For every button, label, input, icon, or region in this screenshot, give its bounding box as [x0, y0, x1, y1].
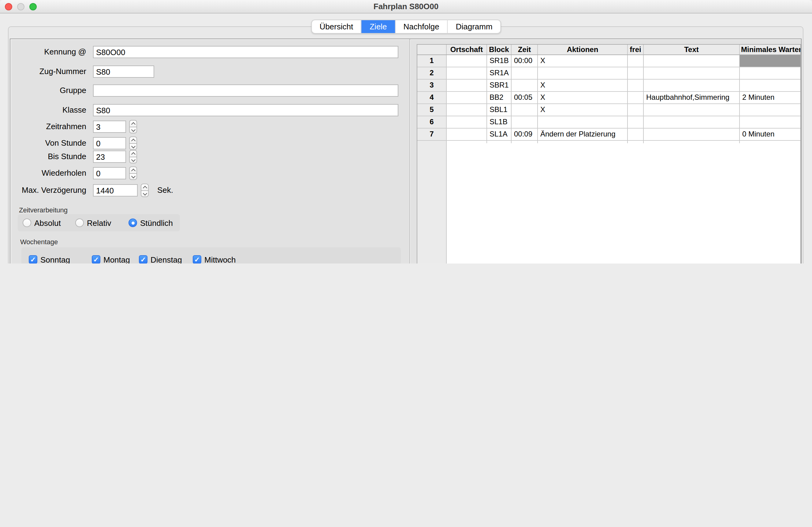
table-row[interactable]: 7 SL1A 00:09 Ändern der Platzierung 0 Mi… [417, 129, 800, 141]
gruppe-input[interactable] [93, 84, 398, 97]
cell-zeit[interactable] [511, 116, 538, 128]
cell-aktionen[interactable]: X [538, 55, 628, 67]
stepper-down-icon[interactable] [129, 143, 137, 150]
close-icon[interactable] [5, 3, 12, 10]
cell-block[interactable]: SBR1 [487, 80, 511, 91]
cell-aktionen[interactable]: X [538, 80, 628, 91]
stepper-down-icon[interactable] [129, 127, 137, 133]
wiederholen-input[interactable] [93, 167, 126, 179]
cell-warten[interactable] [740, 67, 800, 79]
titlebar[interactable]: Fahrplan S80O00 [0, 0, 812, 13]
cell-zeit[interactable] [511, 67, 538, 79]
cell-num[interactable]: 3 [417, 80, 447, 91]
cell-frei[interactable] [628, 92, 644, 103]
zeitrahmen-stepper[interactable] [129, 120, 137, 133]
bis-stunde-input[interactable] [93, 151, 126, 163]
cell-frei[interactable] [628, 116, 644, 128]
table-row[interactable]: 3 SBR1 X [417, 80, 800, 92]
kennung-input[interactable] [93, 46, 398, 58]
cell-num[interactable]: 6 [417, 116, 447, 128]
stepper-up-icon[interactable] [129, 150, 137, 157]
cell-text[interactable] [644, 80, 740, 91]
checkbox-checked-icon[interactable] [29, 255, 37, 264]
cell-warten-selected[interactable] [740, 55, 800, 67]
cell-frei[interactable] [628, 67, 644, 79]
stepper-down-icon[interactable] [141, 190, 149, 197]
zoom-icon[interactable] [29, 3, 37, 10]
cell-text[interactable] [644, 55, 740, 67]
table-row[interactable]: 4 BB2 00:05 X Hauptbahnhof,Simmering 2 M… [417, 92, 800, 104]
wiederholen-stepper[interactable] [129, 167, 137, 180]
cell-num[interactable]: 7 [417, 129, 447, 140]
cell-zeit[interactable]: 00:09 [511, 129, 538, 140]
cell-warten[interactable] [740, 116, 800, 128]
radio-icon[interactable] [23, 218, 31, 227]
radio-relativ[interactable]: Relativ [75, 218, 111, 228]
checkbox-sonntag[interactable]: Sonntag [29, 255, 70, 264]
cell-frei[interactable] [628, 104, 644, 116]
cell-ortschaft[interactable] [447, 129, 487, 140]
cell-text[interactable] [644, 116, 740, 128]
table-row[interactable]: 5 SBL1 X [417, 104, 800, 116]
tab-uebersicht[interactable]: Übersicht [311, 20, 361, 33]
stepper-down-icon[interactable] [129, 157, 137, 163]
cell-text[interactable] [644, 104, 740, 116]
cell-aktionen[interactable]: X [538, 92, 628, 103]
stepper-down-icon[interactable] [129, 173, 137, 180]
cell-ortschaft[interactable] [447, 104, 487, 116]
cell-warten[interactable] [740, 80, 800, 91]
cell-block[interactable]: BB2 [487, 92, 511, 103]
cell-zeit[interactable] [511, 80, 538, 91]
cell-ortschaft[interactable] [447, 92, 487, 103]
cell-zeit[interactable]: 00:00 [511, 55, 538, 67]
zeitrahmen-input[interactable] [93, 120, 126, 133]
ziele-table[interactable]: Ortschaft Block Zeit Aktionen frei Text … [417, 44, 801, 264]
cell-ortschaft[interactable] [447, 67, 487, 79]
checkbox-mittwoch[interactable]: Mittwoch [193, 255, 236, 264]
klasse-input[interactable] [93, 104, 398, 116]
cell-frei[interactable] [628, 129, 644, 140]
checkbox-checked-icon[interactable] [92, 255, 100, 264]
checkbox-checked-icon[interactable] [139, 255, 147, 264]
cell-warten[interactable]: 2 Minuten [740, 92, 800, 103]
cell-text[interactable] [644, 67, 740, 79]
cell-aktionen[interactable]: X [538, 104, 628, 116]
cell-aktionen[interactable] [538, 67, 628, 79]
cell-warten[interactable] [740, 104, 800, 116]
cell-block[interactable]: SBL1 [487, 104, 511, 116]
max-verzoegerung-input[interactable] [93, 184, 138, 197]
checkbox-montag[interactable]: Montag [92, 255, 130, 264]
max-verzoegerung-stepper[interactable] [141, 184, 149, 197]
cell-aktionen[interactable] [538, 116, 628, 128]
radio-selected-icon[interactable] [129, 218, 137, 227]
zug-nummer-input[interactable] [93, 66, 154, 78]
stepper-up-icon[interactable] [129, 120, 137, 127]
cell-num[interactable]: 4 [417, 92, 447, 103]
checkbox-checked-icon[interactable] [193, 255, 201, 264]
cell-block[interactable]: SL1B [487, 116, 511, 128]
tab-nachfolge[interactable]: Nachfolge [395, 20, 447, 33]
radio-absolut[interactable]: Absolut [23, 218, 61, 228]
stepper-up-icon[interactable] [129, 137, 137, 143]
cell-warten[interactable]: 0 Minuten [740, 129, 800, 140]
table-row[interactable]: 1 SR1B 00:00 X [417, 55, 800, 67]
cell-block[interactable]: SR1A [487, 67, 511, 79]
radio-icon[interactable] [75, 218, 84, 227]
bis-stunde-stepper[interactable] [129, 150, 137, 163]
radio-stuendlich[interactable]: Stündlich [129, 218, 173, 228]
cell-num[interactable]: 5 [417, 104, 447, 116]
table-row[interactable]: 6 SL1B [417, 116, 800, 129]
table-row[interactable]: 2 SR1A [417, 67, 800, 80]
tab-ziele[interactable]: Ziele [361, 20, 395, 33]
cell-zeit[interactable] [511, 104, 538, 116]
cell-text[interactable]: Hauptbahnhof,Simmering [644, 92, 740, 103]
cell-frei[interactable] [628, 80, 644, 91]
cell-ortschaft[interactable] [447, 116, 487, 128]
cell-num[interactable]: 2 [417, 67, 447, 79]
cell-num[interactable]: 1 [417, 55, 447, 67]
von-stunde-input[interactable] [93, 137, 126, 149]
von-stunde-stepper[interactable] [129, 137, 137, 150]
cell-block[interactable]: SR1B [487, 55, 511, 67]
stepper-up-icon[interactable] [141, 184, 149, 190]
cell-zeit[interactable]: 00:05 [511, 92, 538, 103]
